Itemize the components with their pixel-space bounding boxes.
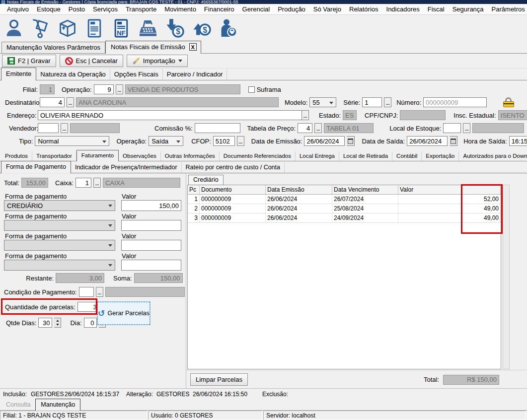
- tab-emitente[interactable]: Emitente: [1, 68, 36, 80]
- table-row[interactable]: 2 000000009 26/06/2024 25/08/2024 49,00: [188, 204, 501, 213]
- tab-contabil[interactable]: Contábil: [392, 151, 422, 161]
- table-row[interactable]: 1 000000009 26/06/2024 26/07/2024 52,00: [188, 195, 501, 204]
- menu-item-estoque[interactable]: Estoque: [33, 4, 65, 14]
- tabela-preco-lookup-button[interactable]: ...: [314, 123, 322, 133]
- menu-item-servicos[interactable]: Serviços: [89, 4, 122, 14]
- qtde-dias-spinner[interactable]: [54, 318, 61, 328]
- toolbar-button-user-lock[interactable]: [217, 16, 240, 40]
- tab-forma-pagamento[interactable]: Forma de Pagamento: [1, 161, 71, 173]
- forma-pagamento-select-4[interactable]: [4, 260, 115, 271]
- limpar-parcelas-button[interactable]: Limpar Parcelas: [190, 373, 248, 386]
- forma-pagamento-select-1[interactable]: CREDIÁRIO: [4, 200, 115, 211]
- tab-produtos[interactable]: Produtos: [1, 151, 32, 161]
- toolbar-button-cash-register[interactable]: [136, 16, 160, 40]
- tab-documento-referenciados[interactable]: Documento Referenciados: [220, 151, 296, 161]
- condicao-lookup-button[interactable]: ...: [96, 287, 103, 297]
- tab-rateio-centro-custo[interactable]: Rateio por centro de custo / Conta: [182, 162, 285, 173]
- vendedor-code-input[interactable]: [38, 123, 59, 133]
- menu-item-relatorios[interactable]: Relatórios: [345, 4, 382, 14]
- window-tab-manutencao-valores[interactable]: Manutenção Valores Parâmetros: [1, 42, 105, 53]
- menu-item-fiscal[interactable]: Fiscal: [424, 4, 449, 14]
- condicao-code-input[interactable]: [79, 287, 94, 297]
- menu-item-indicadores[interactable]: Indicadores: [382, 4, 424, 14]
- tab-faturamento[interactable]: Faturamento: [76, 150, 119, 161]
- cfop-input[interactable]: [213, 136, 235, 146]
- column-header-documento[interactable]: Documento: [200, 185, 266, 194]
- tab-transportador[interactable]: Transportador: [32, 151, 76, 161]
- tab-observacoes[interactable]: Observações: [119, 151, 161, 161]
- menu-item-gerencial[interactable]: Gerencial: [238, 4, 274, 14]
- endereco-input[interactable]: [38, 110, 309, 120]
- vendedor-lookup-button[interactable]: ...: [61, 123, 68, 133]
- quantidade-parcelas-input[interactable]: [77, 302, 99, 312]
- tab-natureza-operacao[interactable]: Natureza da Operação: [36, 69, 110, 80]
- hora-saida-input[interactable]: [509, 136, 527, 146]
- tab-indicador-presenca[interactable]: Indicador de Presença/Intermediador: [71, 162, 182, 173]
- dia-input[interactable]: [84, 318, 97, 328]
- tab-opcoes-fiscais[interactable]: Opções Fiscais: [110, 69, 163, 80]
- tab-exportacao[interactable]: Exportação: [422, 151, 459, 161]
- tab-local-retirada[interactable]: Local de Retirada: [339, 151, 392, 161]
- toolbar-button-nf-document[interactable]: NF: [109, 16, 133, 40]
- data-emissao-input[interactable]: [304, 136, 345, 146]
- cfop-lookup-button[interactable]: ...: [237, 136, 244, 146]
- data-saida-calendar-button[interactable]: [450, 136, 457, 146]
- modelo-select[interactable]: 55: [309, 97, 336, 107]
- menu-item-financeiro[interactable]: Financeiro: [200, 4, 238, 14]
- operacao-code-input[interactable]: [94, 84, 114, 94]
- column-header-data-emissao[interactable]: Data Emissão: [266, 185, 332, 194]
- column-header-pc[interactable]: Pc: [188, 185, 200, 194]
- menu-item-movimento[interactable]: Movimento: [160, 4, 200, 14]
- caixa-lookup-button[interactable]: ...: [93, 178, 101, 188]
- operacao-lookup-button[interactable]: ...: [116, 84, 123, 94]
- gerar-parcelas-button[interactable]: ↺ Gerar Parcelas: [97, 302, 150, 325]
- tab-consulta[interactable]: Consulta: [1, 400, 35, 410]
- toolbar-button-product-box[interactable]: [56, 16, 79, 40]
- menu-item-parametros[interactable]: Parâmetros: [488, 4, 527, 14]
- data-emissao-calendar-button[interactable]: [347, 136, 355, 146]
- save-button[interactable]: F2 | Gravar: [2, 55, 56, 67]
- window-tab-notas-fiscais[interactable]: Notas Fiscais de Emissão X: [105, 41, 201, 54]
- valor-input-4[interactable]: [121, 260, 181, 271]
- close-tab-icon[interactable]: X: [189, 43, 197, 51]
- tab-outras-informacoes[interactable]: Outras Informações: [161, 151, 220, 161]
- menu-item-seguranca[interactable]: Segurança: [449, 4, 488, 14]
- destinatario-lookup-button[interactable]: ...: [67, 97, 74, 107]
- toolbar-button-document[interactable]: [82, 16, 106, 40]
- tab-crediario[interactable]: Crediário: [188, 175, 224, 185]
- forma-pagamento-select-2[interactable]: [4, 220, 115, 231]
- comissao-input[interactable]: [195, 123, 240, 133]
- cancel-button[interactable]: Esc | Cancelar: [60, 55, 123, 67]
- local-estoque-lookup-button[interactable]: ...: [463, 123, 470, 133]
- suframa-checkbox[interactable]: [248, 86, 255, 93]
- tipo-select[interactable]: Normal: [35, 136, 109, 146]
- endereco-lookup-button[interactable]: ...: [301, 110, 309, 120]
- operacao-tipo-select[interactable]: Saída: [149, 136, 183, 146]
- tab-local-entrega[interactable]: Local Entrega: [296, 151, 339, 161]
- numero-input[interactable]: [423, 97, 487, 107]
- forma-pagamento-select-3[interactable]: [4, 240, 115, 251]
- toolbar-button-customer[interactable]: [2, 16, 26, 40]
- qtde-dias-input[interactable]: [38, 318, 52, 328]
- destinatario-code-input[interactable]: [40, 97, 65, 107]
- tab-manutencao[interactable]: Manutenção: [35, 399, 80, 411]
- table-scrollbar[interactable]: [503, 185, 510, 369]
- menu-item-transporte[interactable]: Transporte: [122, 4, 160, 14]
- tab-parceiro-indicador[interactable]: Parceiro / Indicador: [163, 69, 227, 80]
- serie-lookup-button[interactable]: ...: [384, 97, 391, 107]
- menu-item-posto[interactable]: Posto: [65, 4, 89, 14]
- caixa-code-input[interactable]: [75, 178, 91, 188]
- valor-input-3[interactable]: [121, 240, 181, 251]
- valor-input-2[interactable]: [121, 220, 181, 231]
- serie-input[interactable]: [362, 97, 382, 107]
- data-saida-input[interactable]: [407, 136, 448, 146]
- column-header-data-vencimento[interactable]: Data Vencimento: [332, 185, 398, 194]
- toolbar-button-money-out[interactable]: $: [190, 16, 214, 40]
- column-header-valor[interactable]: Valor: [398, 185, 501, 194]
- tabela-preco-code-input[interactable]: [298, 123, 312, 133]
- valor-input-1[interactable]: [121, 200, 181, 211]
- toolbar-button-money-in[interactable]: $: [163, 16, 187, 40]
- local-estoque-code-input[interactable]: [443, 123, 461, 133]
- menu-item-so-varejo[interactable]: Só Varejo: [309, 4, 345, 14]
- table-row[interactable]: 3 000000009 26/06/2024 24/09/2024 49,00: [188, 213, 501, 223]
